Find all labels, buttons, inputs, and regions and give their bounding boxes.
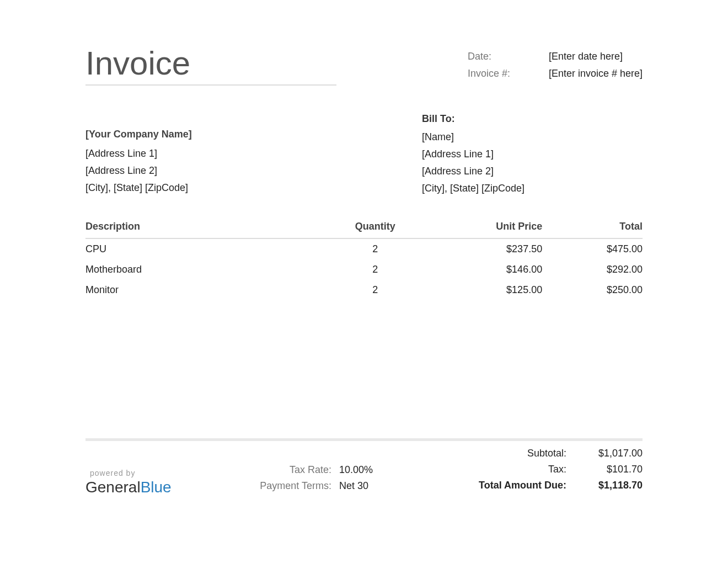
col-header-total: Total (542, 221, 643, 238)
bill-to-addr2: [Address Line 2] (422, 166, 643, 177)
footer: powered by GeneralBlue Tax Rate: 10.00% … (85, 448, 643, 496)
table-header-row: Description Quantity Unit Price Total (85, 221, 643, 238)
tax-rate-value: 10.00% (339, 464, 373, 476)
powered-by-text: powered by (90, 469, 256, 477)
tax-rate-label: Tax Rate: (256, 464, 339, 476)
branding-block: powered by GeneralBlue (85, 448, 256, 496)
table-row: Monitor2$125.00$250.00 (85, 280, 643, 300)
bill-to-label: Bill To: (422, 113, 643, 125)
tax-rate-row: Tax Rate: 10.00% (256, 464, 461, 476)
cell-quantity: 2 (330, 259, 420, 280)
total-due-row: Total Amount Due: $1,118.70 (461, 480, 643, 491)
invoice-num-value: [Enter invoice # here] (549, 68, 643, 79)
document-title: Invoice (85, 44, 336, 82)
date-value: [Enter date here] (549, 51, 623, 62)
meta-invoice-num-row: Invoice #: [Enter invoice # here] (468, 68, 643, 79)
logo-text: GeneralBlue (85, 479, 256, 496)
payment-terms-label: Payment Terms: (256, 480, 339, 492)
cell-description: Motherboard (85, 259, 330, 280)
bill-to-city-state-zip: [City], [State] [ZipCode] (422, 183, 643, 194)
cell-quantity: 2 (330, 238, 420, 259)
bill-to-name: [Name] (422, 131, 643, 143)
line-items-table: Description Quantity Unit Price Total CP… (85, 221, 643, 300)
footer-divider (85, 438, 643, 441)
from-address-block: [Your Company Name] [Address Line 1] [Ad… (85, 113, 334, 200)
col-header-quantity: Quantity (330, 221, 420, 238)
addresses: [Your Company Name] [Address Line 1] [Ad… (85, 113, 643, 200)
cell-unit-price: $237.50 (420, 238, 542, 259)
col-header-description: Description (85, 221, 330, 238)
tax-value: $101.70 (576, 464, 643, 475)
summary-block: Subtotal: $1,017.00 Tax: $101.70 Total A… (461, 448, 643, 496)
bill-to-addr1: [Address Line 1] (422, 148, 643, 160)
cell-description: CPU (85, 238, 330, 259)
total-due-value: $1,118.70 (576, 480, 643, 491)
bill-to-block: Bill To: [Name] [Address Line 1] [Addres… (422, 113, 643, 200)
subtotal-value: $1,017.00 (576, 448, 643, 459)
cell-total: $292.00 (542, 259, 643, 280)
subtotal-row: Subtotal: $1,017.00 (461, 448, 643, 459)
cell-total: $475.00 (542, 238, 643, 259)
cell-quantity: 2 (330, 280, 420, 300)
invoice-num-label: Invoice #: (468, 68, 549, 79)
meta-block: Date: [Enter date here] Invoice #: [Ente… (468, 44, 643, 85)
from-company-name: [Your Company Name] (85, 129, 334, 140)
table-row: CPU2$237.50$475.00 (85, 238, 643, 259)
meta-date-row: Date: [Enter date here] (468, 51, 643, 62)
logo-general: General (85, 479, 141, 496)
logo-blue: Blue (141, 479, 172, 496)
title-block: Invoice (85, 44, 336, 86)
tax-label: Tax: (461, 464, 576, 475)
invoice-page: Invoice Date: [Enter date here] Invoice … (0, 0, 728, 496)
subtotal-label: Subtotal: (461, 448, 576, 459)
payment-terms-value: Net 30 (339, 480, 368, 492)
table-row: Motherboard2$146.00$292.00 (85, 259, 643, 280)
from-addr2: [Address Line 2] (85, 165, 334, 177)
cell-description: Monitor (85, 280, 330, 300)
cell-total: $250.00 (542, 280, 643, 300)
header-row: Invoice Date: [Enter date here] Invoice … (85, 44, 643, 86)
cell-unit-price: $125.00 (420, 280, 542, 300)
cell-unit-price: $146.00 (420, 259, 542, 280)
terms-block: Tax Rate: 10.00% Payment Terms: Net 30 (256, 448, 461, 496)
date-label: Date: (468, 51, 549, 62)
col-header-unit-price: Unit Price (420, 221, 542, 238)
from-addr1: [Address Line 1] (85, 148, 334, 160)
total-due-label: Total Amount Due: (461, 480, 576, 491)
from-city-state-zip: [City], [State] [ZipCode] (85, 182, 334, 194)
payment-terms-row: Payment Terms: Net 30 (256, 480, 461, 492)
tax-row: Tax: $101.70 (461, 464, 643, 475)
